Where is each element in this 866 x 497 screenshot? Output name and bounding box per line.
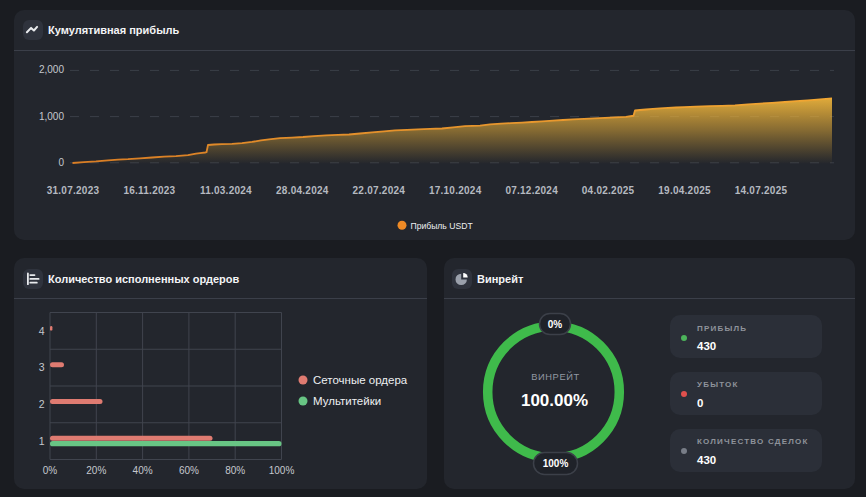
svg-text:2,000: 2,000 [39,64,64,75]
svg-text:07.12.2024: 07.12.2024 [505,185,558,196]
svg-text:31.07.2023: 31.07.2023 [47,185,100,196]
svg-text:0: 0 [58,157,64,168]
svg-text:100.00%: 100.00% [521,391,588,410]
svg-text:1: 1 [39,435,45,447]
svg-text:ВИНРЕЙТ: ВИНРЕЙТ [531,371,580,382]
svg-text:2: 2 [39,398,45,410]
svg-text:3: 3 [39,361,45,373]
svg-text:60%: 60% [179,465,199,476]
svg-text:Мультитейки: Мультитейки [313,395,381,407]
svg-text:0%: 0% [43,465,58,476]
svg-text:100%: 100% [543,458,569,469]
svg-text:04.02.2025: 04.02.2025 [582,185,635,196]
svg-text:19.04.2025: 19.04.2025 [658,185,711,196]
svg-text:4: 4 [39,325,45,337]
svg-text:Прибыль USDT: Прибыль USDT [411,221,474,231]
svg-text:0%: 0% [548,319,563,330]
svg-text:20%: 20% [86,465,106,476]
svg-text:17.10.2024: 17.10.2024 [429,185,482,196]
svg-text:1,000: 1,000 [39,111,64,122]
svg-text:40%: 40% [133,465,153,476]
svg-text:11.03.2024: 11.03.2024 [200,185,252,196]
svg-text:100%: 100% [269,465,295,476]
svg-text:14.07.2025: 14.07.2025 [735,185,788,196]
svg-text:16.11.2023: 16.11.2023 [123,185,175,196]
svg-text:28.04.2024: 28.04.2024 [276,185,329,196]
svg-text:Сеточные ордера: Сеточные ордера [313,374,408,386]
svg-text:22.07.2024: 22.07.2024 [353,185,406,196]
svg-text:80%: 80% [225,465,245,476]
